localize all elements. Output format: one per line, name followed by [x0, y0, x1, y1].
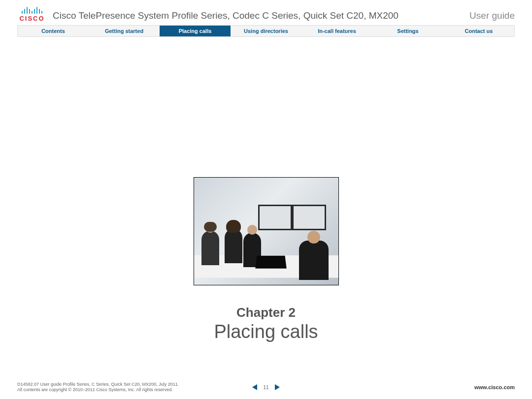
- footer-rights: All contents are copyright © 2010–2011 C…: [17, 387, 252, 393]
- tab-in-call-features[interactable]: In-call features: [301, 26, 372, 36]
- tab-settings[interactable]: Settings: [372, 26, 443, 36]
- chapter-photo: [194, 177, 339, 285]
- cisco-logo-bars-icon: [17, 5, 47, 14]
- tab-placing-calls[interactable]: Placing calls: [160, 26, 231, 36]
- prev-page-icon[interactable]: [252, 384, 257, 390]
- chapter-number: Chapter 2: [0, 305, 532, 320]
- cisco-logo-text: CISCO: [17, 15, 47, 22]
- tab-contact-us[interactable]: Contact us: [443, 26, 514, 36]
- pager: 11: [252, 384, 279, 390]
- page-number: 11: [263, 385, 268, 390]
- header: CISCO Cisco TelePresence System Profile …: [0, 0, 532, 25]
- cisco-logo: CISCO: [17, 5, 47, 22]
- footer-doc-id: D14582.07 User guide Profile Series, C S…: [17, 382, 252, 388]
- footer-copyright: D14582.07 User guide Profile Series, C S…: [17, 382, 252, 393]
- tab-using-directories[interactable]: Using directories: [231, 26, 301, 36]
- nav-tabs: Contents Getting started Placing calls U…: [17, 25, 515, 37]
- next-page-icon[interactable]: [275, 384, 280, 390]
- document-type: User guide: [469, 10, 515, 22]
- tab-contents[interactable]: Contents: [18, 26, 89, 36]
- footer-url: www.cisco.com: [280, 384, 515, 390]
- chapter-title: Placing calls: [0, 321, 532, 342]
- footer: D14582.07 User guide Profile Series, C S…: [17, 382, 515, 393]
- document-title: Cisco TelePresence System Profile Series…: [53, 10, 469, 22]
- chapter-intro: Chapter 2 Placing calls: [0, 177, 532, 342]
- tab-getting-started[interactable]: Getting started: [89, 26, 160, 36]
